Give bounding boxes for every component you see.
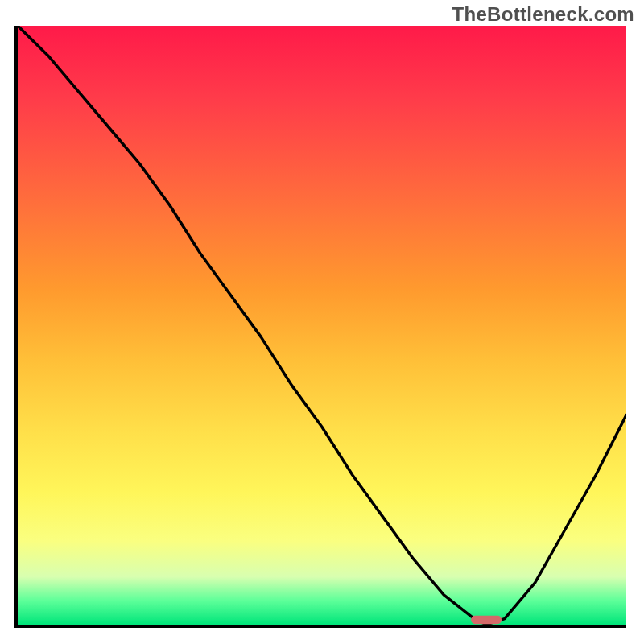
plot-gradient-background — [18, 26, 626, 625]
bottleneck-curve-path — [18, 26, 626, 625]
chart-svg — [18, 26, 626, 625]
optimal-marker — [471, 616, 502, 624]
x-axis-line — [14, 625, 626, 628]
y-axis-line — [14, 26, 18, 628]
watermark-text: TheBottleneck.com — [452, 3, 634, 26]
chart-viewport: TheBottleneck.com — [0, 0, 644, 644]
